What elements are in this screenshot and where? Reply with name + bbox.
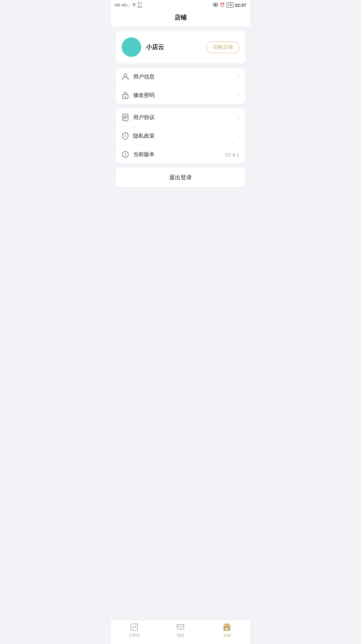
- store-avatar: [122, 37, 141, 57]
- alarm-icon: ⏰: [220, 3, 225, 7]
- menu-item-privacy-policy[interactable]: 隐私政策 ›: [116, 127, 245, 145]
- svg-point-1: [214, 4, 216, 5]
- main-content: 小店云 切换店铺 用户信息 ›: [111, 27, 250, 627]
- nav-item-store[interactable]: 店铺: [213, 623, 240, 627]
- hd-badge: HD: [115, 3, 120, 7]
- chevron-right-icon: ›: [238, 114, 239, 120]
- current-version-label: 当前版本: [133, 151, 155, 158]
- wifi-icon: [132, 3, 136, 7]
- svg-point-10: [125, 136, 126, 137]
- lock-icon: [122, 92, 129, 99]
- menu-item-change-password[interactable]: 修改密码 ›: [116, 86, 245, 104]
- user-icon: [122, 73, 129, 80]
- version-value: V2.4.1: [225, 152, 239, 157]
- page-title: 店铺: [174, 14, 187, 21]
- switch-store-button[interactable]: 切换店铺: [206, 41, 239, 53]
- logout-button[interactable]: 退出登录: [116, 168, 245, 187]
- eye-icon: [213, 3, 218, 8]
- status-time: 22:37: [235, 3, 246, 8]
- privacy-policy-label: 隐私政策: [133, 133, 155, 140]
- chevron-right-icon: ›: [238, 133, 239, 139]
- menu-item-user-info[interactable]: 用户信息 ›: [116, 68, 245, 86]
- store-profile: 小店云 切换店铺: [116, 31, 245, 64]
- menu-item-user-agreement[interactable]: 用户协议 ›: [116, 108, 245, 127]
- battery-icon: 78: [227, 2, 233, 8]
- status-left: HD 4G↑↓ 5.1K/s: [115, 1, 142, 9]
- info-icon: [122, 151, 129, 158]
- svg-rect-15: [131, 624, 137, 627]
- battery-level: 78: [228, 3, 232, 7]
- menu-group-1: 用户信息 › 修改密码 ›: [116, 68, 245, 104]
- document-icon: [122, 114, 129, 121]
- page-header: 店铺: [111, 9, 250, 27]
- chevron-right-icon: ›: [238, 92, 239, 98]
- svg-point-2: [124, 74, 127, 77]
- nav-item-messages[interactable]: 消息: [167, 623, 194, 627]
- store-name: 小店云: [146, 43, 164, 51]
- nav-item-workbench[interactable]: 工作台: [121, 623, 148, 627]
- user-info-label: 用户信息: [133, 73, 155, 80]
- svg-point-13: [125, 153, 126, 154]
- store-left: 小店云: [122, 37, 164, 57]
- status-bar: HD 4G↑↓ 5.1K/s ⏰ 78 22:37: [111, 0, 250, 9]
- menu-item-current-version: 当前版本 V2.4.1: [116, 145, 245, 164]
- chevron-right-icon: ›: [238, 74, 239, 80]
- bottom-navigation: 工作台 消息 店铺: [111, 620, 250, 627]
- signal-4g: 4G↑↓: [122, 3, 130, 7]
- logout-card: 退出登录: [116, 168, 245, 187]
- store-icon: [223, 623, 231, 627]
- change-password-label: 修改密码: [133, 92, 155, 99]
- status-right: ⏰ 78 22:37: [213, 2, 246, 8]
- shield-icon: [122, 132, 129, 140]
- svg-rect-17: [224, 626, 230, 627]
- store-profile-card: 小店云 切换店铺: [116, 31, 245, 64]
- messages-icon: [176, 623, 185, 627]
- network-speed: 5.1K/s: [138, 1, 142, 9]
- workbench-icon: [130, 623, 138, 627]
- menu-group-2: 用户协议 › 隐私政策 ›: [116, 108, 245, 164]
- user-agreement-label: 用户协议: [133, 114, 155, 121]
- svg-point-18: [226, 624, 228, 626]
